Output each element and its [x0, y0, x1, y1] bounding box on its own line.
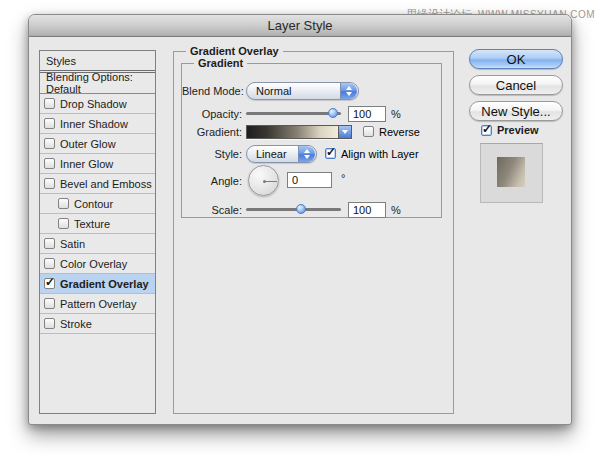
cancel-label: Cancel [496, 78, 536, 93]
sidebar-item-bevel-and-emboss[interactable]: Bevel and Emboss [40, 174, 155, 194]
gradient-dropdown-button[interactable] [338, 126, 351, 138]
arrow-down-icon [304, 155, 310, 159]
sidebar-item-color-overlay[interactable]: Color Overlay [40, 254, 155, 274]
styles-sidebar: Styles Blending Options: Default Drop Sh… [39, 50, 156, 414]
blend-mode-label: Blend Mode: [182, 85, 242, 97]
stroke-checkbox[interactable] [44, 318, 55, 329]
dropdown-arrow-icon [342, 130, 348, 134]
angle-unit: ° [341, 172, 345, 184]
gradient-group-legend: Gradient [194, 57, 247, 69]
angle-dial[interactable] [248, 165, 279, 196]
scale-value: 100 [353, 204, 371, 216]
blend-mode-value: Normal [247, 85, 340, 97]
arrow-up-icon [304, 149, 310, 153]
item-label: Bevel and Emboss [60, 178, 152, 190]
sidebar-item-texture[interactable]: Texture [40, 214, 155, 234]
style-preview-thumbnail [480, 143, 543, 203]
pattern-overlay-checkbox[interactable] [44, 298, 55, 309]
item-label: Satin [60, 238, 85, 250]
reverse-label: Reverse [379, 126, 420, 138]
item-label: Drop Shadow [60, 98, 127, 110]
contour-checkbox[interactable] [58, 198, 69, 209]
opacity-row: Opacity: 100 % [182, 104, 441, 123]
item-label: Outer Glow [60, 138, 116, 150]
satin-checkbox[interactable] [44, 238, 55, 249]
item-label: Inner Shadow [60, 118, 128, 130]
opacity-value: 100 [353, 108, 371, 120]
style-label: Style: [182, 148, 242, 160]
angle-center-dot [263, 180, 266, 183]
ok-button[interactable]: OK [469, 49, 563, 69]
blending-options-label: Blending Options: Default [46, 71, 155, 95]
sidebar-item-pattern-overlay[interactable]: Pattern Overlay [40, 294, 155, 314]
texture-checkbox[interactable] [58, 218, 69, 229]
gradient-overlay-checkbox[interactable]: ✓ [44, 278, 55, 289]
arrow-down-icon [346, 92, 352, 96]
new-style-button[interactable]: New Style... [469, 101, 563, 121]
outer-glow-checkbox[interactable] [44, 138, 55, 149]
angle-value: 0 [292, 174, 298, 186]
sidebar-item-stroke[interactable]: Stroke [40, 314, 155, 334]
reverse-checkbox[interactable] [363, 126, 374, 137]
style-select[interactable]: Linear [246, 145, 317, 163]
opacity-slider-thumb[interactable] [328, 108, 338, 118]
scale-row: Scale: 100 % [182, 200, 441, 219]
stepper-icon [298, 146, 315, 162]
gradient-swatch[interactable] [246, 125, 352, 139]
style-value: Linear [247, 148, 298, 160]
opacity-unit: % [391, 108, 401, 120]
scale-label: Scale: [182, 204, 242, 216]
scale-slider-thumb[interactable] [296, 204, 306, 214]
style-preview-gradient [497, 157, 525, 187]
inner-glow-checkbox[interactable] [44, 158, 55, 169]
blend-mode-select[interactable]: Normal [246, 82, 359, 100]
drop-shadow-checkbox[interactable] [44, 98, 55, 109]
sidebar-item-inner-glow[interactable]: Inner Glow [40, 154, 155, 174]
color-overlay-checkbox[interactable] [44, 258, 55, 269]
align-with-layer-checkbox[interactable]: ✓ [325, 148, 336, 159]
angle-field[interactable]: 0 [287, 172, 332, 188]
sidebar-item-drop-shadow[interactable]: Drop Shadow [40, 94, 155, 114]
opacity-slider[interactable] [246, 112, 341, 115]
inner-shadow-checkbox[interactable] [44, 118, 55, 129]
gradient-row: Gradient: Reverse [182, 122, 441, 141]
sidebar-header-label: Styles [46, 55, 76, 67]
sidebar-header-styles[interactable]: Styles [40, 51, 155, 71]
sidebar-item-satin[interactable]: Satin [40, 234, 155, 254]
sidebar-item-blending-options[interactable]: Blending Options: Default [40, 73, 155, 94]
gradient-label: Gradient: [182, 126, 242, 138]
blend-mode-row: Blend Mode: Normal [182, 81, 441, 100]
sidebar-item-outer-glow[interactable]: Outer Glow [40, 134, 155, 154]
sidebar-item-gradient-overlay[interactable]: ✓ Gradient Overlay [40, 274, 155, 294]
panel-legend: Gradient Overlay [186, 45, 283, 57]
cancel-button[interactable]: Cancel [469, 75, 563, 95]
opacity-field[interactable]: 100 [348, 106, 386, 122]
preview-label: Preview [497, 124, 539, 136]
layer-style-dialog: Layer Style Styles Blending Options: Def… [28, 14, 572, 425]
ok-label: OK [507, 52, 526, 67]
screenshot-canvas: 思缘设计论坛 WWW.MISSYUAN.COM Layer Style Styl… [0, 0, 600, 469]
item-label: Texture [74, 218, 110, 230]
scale-slider[interactable] [246, 208, 341, 211]
dialog-title: Layer Style [267, 18, 332, 33]
item-label: Pattern Overlay [60, 298, 136, 310]
item-label: Color Overlay [60, 258, 127, 270]
arrow-up-icon [346, 86, 352, 90]
align-with-layer-label: Align with Layer [341, 148, 419, 160]
preview-option: ✓ Preview [481, 124, 539, 136]
gradient-preview-strip[interactable] [247, 126, 338, 138]
scale-unit: % [391, 204, 401, 216]
item-label: Inner Glow [60, 158, 113, 170]
stepper-icon [340, 83, 357, 99]
new-style-label: New Style... [481, 104, 550, 119]
item-label: Stroke [60, 318, 92, 330]
sidebar-item-contour[interactable]: Contour [40, 194, 155, 214]
preview-checkbox[interactable]: ✓ [481, 125, 492, 136]
style-row: Style: Linear ✓ Align with Layer [182, 144, 441, 163]
angle-label: Angle: [182, 175, 242, 187]
sidebar-item-inner-shadow[interactable]: Inner Shadow [40, 114, 155, 134]
dialog-titlebar[interactable]: Layer Style [29, 15, 571, 37]
bevel-emboss-checkbox[interactable] [44, 178, 55, 189]
scale-field[interactable]: 100 [348, 202, 386, 218]
gradient-group: Gradient Blend Mode: Normal Opacity: [181, 63, 442, 218]
